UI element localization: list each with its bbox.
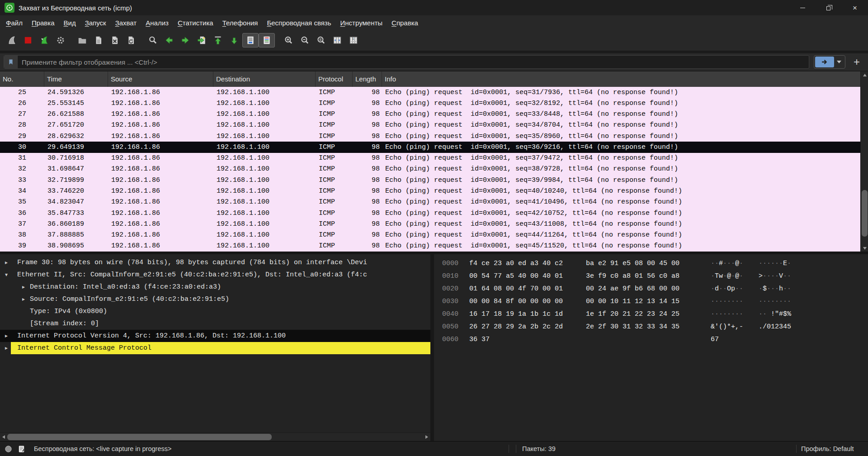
start-capture-button[interactable] [4, 33, 20, 48]
stop-capture-button[interactable] [20, 33, 36, 48]
scrollbar-thumb[interactable] [862, 190, 868, 237]
column-header-no[interactable]: No. [0, 71, 44, 87]
capture-file-properties-icon[interactable] [17, 445, 26, 453]
collapsed-arrow-icon[interactable]: ▸ [5, 330, 8, 342]
reload-file-button[interactable] [123, 33, 139, 48]
packet-row-26[interactable]: 2625.553145192.168.1.86192.168.1.100ICMP… [0, 98, 868, 109]
find-packet-button[interactable] [145, 33, 161, 48]
packet-row-25[interactable]: 2524.591326192.168.1.86192.168.1.100ICMP… [0, 87, 868, 98]
detail-horizontal-scrollbar[interactable] [0, 432, 430, 441]
menu-telephony[interactable]: Телефония [218, 17, 263, 28]
packet-list-vertical-scrollbar[interactable] [860, 71, 868, 252]
detail-row[interactable]: Type: IPv4 (0x0800) [0, 305, 430, 318]
restore-button[interactable] [816, 0, 842, 15]
save-file-button[interactable] [90, 33, 107, 48]
filter-history-dropdown[interactable] [834, 57, 844, 67]
scroll-down-arrow[interactable] [861, 245, 868, 252]
packet-row-31[interactable]: 3130.716918192.168.1.86192.168.1.100ICMP… [0, 153, 868, 164]
menu-capture[interactable]: Захват [111, 17, 142, 28]
collapsed-arrow-icon[interactable]: ▸ [22, 293, 25, 305]
cell-time: 31.698647 [44, 165, 108, 173]
scroll-left-arrow[interactable] [0, 433, 7, 441]
column-header-destination[interactable]: Destination [213, 71, 316, 87]
column-header-time[interactable]: Time [44, 71, 108, 87]
collapsed-arrow-icon[interactable]: ▸ [5, 342, 8, 354]
column-header-length[interactable]: Length [353, 71, 382, 87]
zoom-in-button[interactable] [280, 33, 297, 48]
hex-row-0030[interactable]: 003000 00 84 8f 00 00 00 0000 00 10 11 1… [434, 295, 868, 308]
packet-row-35[interactable]: 3534.823047192.168.1.86192.168.1.100ICMP… [0, 197, 868, 208]
pane-splitter-vertical[interactable] [430, 254, 434, 441]
scroll-right-arrow[interactable] [423, 433, 430, 441]
detail-row[interactable]: ▸Internet Protocol Version 4, Src: 192.1… [0, 330, 430, 342]
menu-file[interactable]: Файл [1, 17, 27, 28]
packet-row-38[interactable]: 3837.888885192.168.1.86192.168.1.100ICMP… [0, 229, 868, 240]
menu-statistics[interactable]: Статистика [173, 17, 218, 28]
menu-help[interactable]: Справка [387, 17, 423, 28]
detail-row[interactable]: ▸Internet Control Message Protocol [0, 342, 430, 354]
filter-bookmark-button[interactable] [4, 56, 18, 68]
detail-row[interactable]: [Stream index: 0] [0, 318, 430, 330]
go-back-button[interactable] [161, 33, 177, 48]
hex-row-0050[interactable]: 005026 27 28 29 2a 2b 2c 2d2e 2f 30 31 3… [434, 321, 868, 333]
fit-columns-button[interactable]: 1 [345, 33, 362, 48]
detail-row[interactable]: ▸Source: CompalInform_e2:91:e5 (40:c2:ba… [0, 293, 430, 305]
hex-row-0040[interactable]: 004016 17 18 19 1a 1b 1c 1d1e 1f 20 21 2… [434, 308, 868, 321]
packet-row-30[interactable]: 3029.649139192.168.1.86192.168.1.100ICMP… [0, 142, 868, 152]
zoom-out-button[interactable] [297, 33, 313, 48]
expert-info-icon[interactable] [4, 445, 13, 453]
close-button[interactable]: × [842, 0, 868, 15]
capture-options-button[interactable] [52, 33, 69, 48]
packet-row-36[interactable]: 3635.847733192.168.1.86192.168.1.100ICMP… [0, 208, 868, 218]
column-header-protocol[interactable]: Protocol [316, 71, 353, 87]
go-last-packet-button[interactable] [226, 33, 242, 48]
hex-row-0020[interactable]: 002001 64 08 00 4f 70 00 0100 24 ae 9f b… [434, 283, 868, 295]
zoom-reset-button[interactable] [313, 33, 329, 48]
packet-row-27[interactable]: 2726.621588192.168.1.86192.168.1.100ICMP… [0, 109, 868, 120]
go-first-packet-button[interactable] [210, 33, 226, 48]
profile-text[interactable]: Профиль: Default [801, 445, 854, 452]
packet-row-34[interactable]: 3433.746220192.168.1.86192.168.1.100ICMP… [0, 185, 868, 196]
packet-row-33[interactable]: 3332.719899192.168.1.86192.168.1.100ICMP… [0, 175, 868, 185]
minimize-icon [800, 8, 805, 8]
menu-wireless[interactable]: Беспроводная связь [262, 17, 335, 28]
menu-edit[interactable]: Правка [27, 17, 59, 28]
close-file-button[interactable] [107, 33, 123, 48]
packet-row-32[interactable]: 3231.698647192.168.1.86192.168.1.100ICMP… [0, 164, 868, 175]
hex-row-0010[interactable]: 001000 54 77 a5 40 00 40 013e f9 c0 a8 0… [434, 270, 868, 283]
go-to-packet-button[interactable] [193, 33, 210, 48]
detail-row[interactable]: ▾Ethernet II, Src: CompalInform_e2:91:e5… [0, 269, 430, 281]
column-header-info[interactable]: Info [382, 71, 868, 87]
menu-tools[interactable]: Инструменты [336, 17, 387, 28]
auto-scroll-button[interactable] [242, 33, 259, 48]
collapsed-arrow-icon[interactable]: ▸ [5, 256, 8, 269]
scrollbar-thumb[interactable] [7, 434, 272, 440]
hex-row-0000[interactable]: 0000f4 ce 23 a0 ed a3 40 c2ba e2 91 e5 0… [434, 257, 868, 270]
menu-analyze[interactable]: Анализ [141, 17, 173, 28]
packet-row-37[interactable]: 3736.860189192.168.1.86192.168.1.100ICMP… [0, 218, 868, 229]
resize-columns-button[interactable] [329, 33, 345, 48]
menu-view[interactable]: Вид [59, 17, 80, 28]
go-forward-button[interactable] [177, 33, 193, 48]
apply-filter-button[interactable] [815, 57, 834, 67]
hex-row-0060[interactable]: 006036 3767 [434, 333, 868, 346]
scroll-up-arrow[interactable] [861, 71, 868, 78]
detail-row[interactable]: ▸Destination: Intel_a0:ed:a3 (f4:ce:23:a… [0, 281, 430, 293]
open-file-button[interactable] [74, 33, 90, 48]
menu-go[interactable]: Запуск [80, 17, 111, 28]
packet-row-28[interactable]: 2827.651720192.168.1.86192.168.1.100ICMP… [0, 120, 868, 131]
packet-row-39[interactable]: 3938.908695192.168.1.86192.168.1.100ICMP… [0, 241, 868, 252]
detail-text: Internet Control Message Protocol [17, 344, 151, 352]
cell-no: 38 [0, 231, 44, 239]
column-header-source[interactable]: Source [108, 71, 213, 87]
cell-dst: 192.168.1.100 [213, 100, 316, 107]
detail-row[interactable]: ▸Frame 30: 98 bytes on wire (784 bits), … [0, 256, 430, 269]
restart-capture-button[interactable] [36, 33, 52, 48]
colorize-button[interactable] [259, 33, 275, 48]
minimize-button[interactable] [789, 0, 816, 15]
packet-row-29[interactable]: 2928.629632192.168.1.86192.168.1.100ICMP… [0, 131, 868, 142]
add-filter-button[interactable]: + [849, 55, 864, 69]
display-filter-input[interactable] [18, 58, 809, 66]
collapsed-arrow-icon[interactable]: ▸ [22, 281, 25, 293]
expanded-arrow-icon[interactable]: ▾ [5, 269, 8, 281]
